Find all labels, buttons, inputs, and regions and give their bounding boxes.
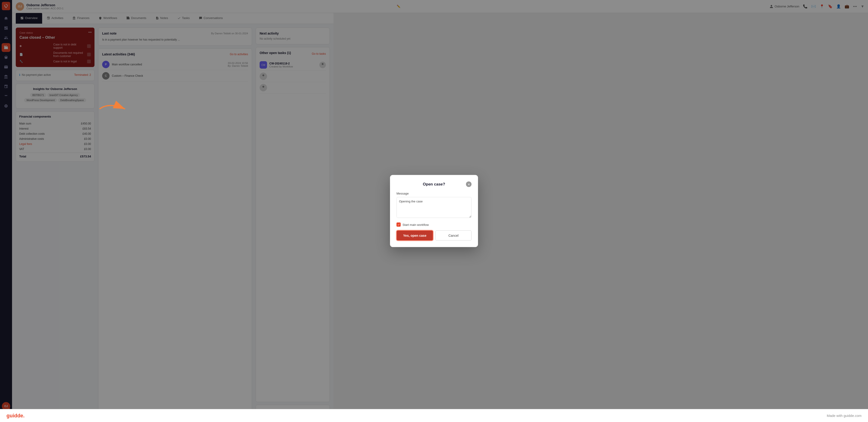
footer: guidde. Made with guidde.com — [0, 409, 334, 422]
modal-overlay — [0, 0, 334, 422]
guidde-logo: guidde. — [6, 413, 25, 419]
